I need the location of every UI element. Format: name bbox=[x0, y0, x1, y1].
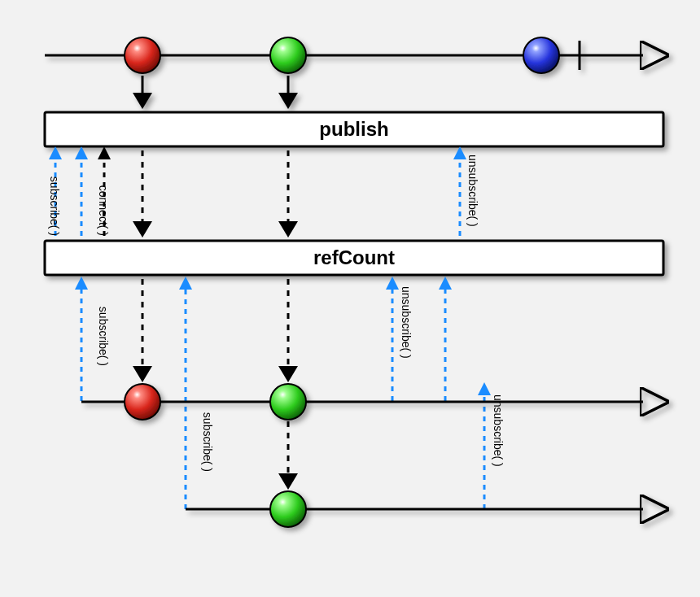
label-subscribe: subscribe( ) bbox=[97, 307, 110, 366]
label-unsubscribe: unsubscribe( ) bbox=[492, 394, 505, 467]
svg-point-24 bbox=[270, 384, 306, 420]
svg-point-23 bbox=[125, 384, 160, 420]
marble-green bbox=[270, 37, 306, 73]
svg-point-3 bbox=[523, 37, 559, 73]
label-connect: connect( ) bbox=[97, 185, 110, 236]
call-subscribe-output2: subscribe( ) bbox=[179, 277, 214, 509]
call-unsubscribe-output1: unsubscribe( ) bbox=[386, 277, 413, 401]
emit-arrow-dashed bbox=[133, 279, 152, 382]
emit-arrow-dashed bbox=[278, 421, 298, 490]
label-unsubscribe: unsubscribe( ) bbox=[400, 286, 413, 359]
svg-point-1 bbox=[125, 37, 160, 73]
refcount-label: refCount bbox=[313, 246, 395, 268]
emit-arrow-dashed bbox=[278, 150, 298, 237]
marble-red bbox=[125, 384, 160, 420]
operator-publish: publish bbox=[45, 112, 663, 146]
operator-refcount: refCount bbox=[45, 241, 663, 275]
publish-label: publish bbox=[319, 118, 388, 140]
label-subscribe: subscribe( ) bbox=[201, 412, 214, 472]
emit-arrow bbox=[278, 76, 298, 109]
call-connect-to-publish: connect( ) bbox=[97, 146, 111, 236]
emit-arrow-dashed bbox=[278, 279, 298, 382]
timeline-input bbox=[45, 37, 643, 109]
marble-red bbox=[125, 37, 160, 73]
call-subscribe-output1: subscribe( ) bbox=[75, 277, 110, 401]
marble-diagram: publish subscribe( ) connect( ) unsubscr… bbox=[0, 0, 700, 597]
emit-arrow bbox=[133, 76, 152, 109]
call-subscribe-to-publish: subscribe( ) bbox=[48, 146, 62, 236]
marble-green bbox=[270, 491, 306, 527]
svg-point-2 bbox=[270, 37, 306, 73]
svg-point-26 bbox=[270, 491, 306, 527]
timeline-output-1 bbox=[81, 384, 643, 420]
call-subscribe-to-publish bbox=[75, 146, 88, 236]
marble-blue bbox=[523, 37, 559, 73]
label-unsubscribe: unsubscribe( ) bbox=[466, 155, 479, 227]
label-subscribe: subscribe( ) bbox=[48, 176, 61, 236]
marble-green bbox=[270, 384, 306, 420]
call-unsubscribe-to-publish: unsubscribe( ) bbox=[453, 146, 479, 236]
call-unsubscribe-output2 bbox=[439, 277, 452, 401]
timeline-output-2 bbox=[186, 491, 643, 527]
emit-arrow-dashed bbox=[133, 150, 152, 237]
